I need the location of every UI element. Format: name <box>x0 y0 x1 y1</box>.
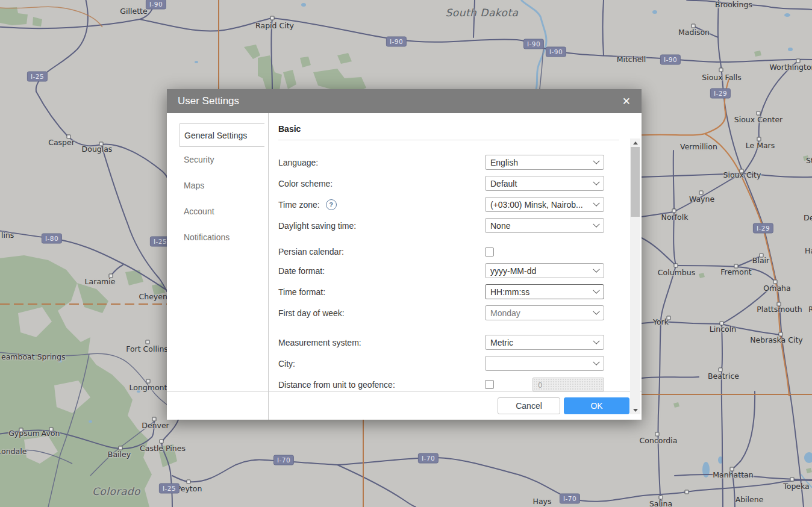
persian-calendar-checkbox[interactable] <box>485 247 494 257</box>
ok-button[interactable]: OK <box>564 397 629 414</box>
chevron-down-icon <box>593 337 599 344</box>
chevron-down-icon <box>593 287 599 293</box>
scrollbar[interactable] <box>630 138 640 414</box>
map-city-label: Laramie <box>85 277 116 286</box>
map-city-label: lins <box>1 231 14 240</box>
map-city-label: Rapid City <box>255 21 294 30</box>
dialog-footer: Cancel OK <box>167 391 642 420</box>
arrow-down-icon <box>633 409 638 412</box>
geofence-distance-label: Distance from unit to geofence: <box>278 380 395 390</box>
row-color-scheme: Color scheme: Default <box>278 173 619 194</box>
map-city-label: Madison <box>678 28 710 37</box>
geofence-distance-input[interactable]: 0 <box>532 378 604 391</box>
row-time-format: Time format: HH:mm:ss <box>278 281 619 302</box>
map-city-label: Casper <box>48 138 75 147</box>
chevron-down-icon <box>593 266 599 272</box>
map-city-label: Brookings <box>715 0 752 9</box>
scrollbar-thumb[interactable] <box>631 147 640 217</box>
map-state-label: South Dakota <box>445 7 518 19</box>
highway-shield-badge: I-80 <box>42 234 62 244</box>
tab-maps[interactable]: Maps <box>167 173 269 199</box>
tab-general-settings[interactable]: General Settings <box>180 123 264 147</box>
map-city-label: St <box>806 156 812 165</box>
map-city-label: Abilene <box>735 495 764 504</box>
measurement-select[interactable]: Metric <box>485 335 604 350</box>
tab-notifications[interactable]: Notifications <box>167 225 269 250</box>
highway-shield-badge: I-70 <box>560 494 580 504</box>
map-city-label: Topeka <box>783 482 809 491</box>
daylight-saving-label: Daylight saving time: <box>278 221 356 231</box>
map-city-label: R <box>808 305 812 314</box>
time-zone-label: Time zone: <box>278 200 320 210</box>
time-zone-select[interactable]: (+03:00) Minsk, Nairob... <box>485 197 604 212</box>
town-dot <box>146 340 150 344</box>
highway-shield-badge: I-90 <box>546 47 566 57</box>
arrow-up-icon <box>633 142 638 145</box>
measurement-label: Measurement system: <box>278 338 361 347</box>
scroll-up-button[interactable] <box>630 138 640 147</box>
geofence-distance-checkbox[interactable] <box>485 380 494 389</box>
language-select[interactable]: English <box>485 155 604 170</box>
town-dot <box>790 477 795 482</box>
city-select[interactable] <box>485 356 604 371</box>
map-city-label: Gypsum <box>8 429 40 438</box>
map-city-label: ondale <box>1 447 27 456</box>
row-date-format: Date format: yyyy-MM-dd <box>278 260 619 281</box>
chevron-down-icon <box>593 308 599 314</box>
map-city-label: Worthington <box>769 63 812 72</box>
daylight-saving-select[interactable]: None <box>485 218 604 233</box>
row-geofence-distance: Distance from unit to geofence: 0 <box>278 374 619 391</box>
highway-shield-badge: I-90 <box>660 55 681 65</box>
map-city-label: Ha <box>805 246 812 255</box>
map-city-label: Concordia <box>640 436 678 445</box>
row-first-day-of-week: First day of week: Monday <box>278 302 619 323</box>
persian-calendar-label: Persian calendar: <box>278 247 344 257</box>
chevron-down-icon <box>593 199 599 206</box>
row-time-zone: Time zone: ? (+03:00) Minsk, Nairob... <box>278 194 619 215</box>
highway-shield-badge: I-29 <box>710 89 731 99</box>
cancel-button[interactable]: Cancel <box>498 397 560 414</box>
map-state-label: Colorado <box>92 485 140 497</box>
first-day-label: First day of week: <box>278 308 345 318</box>
row-city: City: <box>278 353 619 374</box>
row-persian-calendar: Persian calendar: <box>278 243 619 260</box>
row-measurement-system: Measurement system: Metric <box>278 332 619 353</box>
map-city-label: Norfolk <box>661 213 689 222</box>
map-city-label: Nebraska City <box>750 335 802 344</box>
tab-security[interactable]: Security <box>167 147 269 173</box>
map-city-label: Omaha <box>763 284 790 293</box>
highway-shield-badge: I-25 <box>159 484 180 494</box>
scroll-down-button[interactable] <box>630 406 640 414</box>
language-label: Language: <box>278 158 318 167</box>
map-city-label: Longmont <box>130 383 167 392</box>
row-language: Language: English <box>278 152 619 173</box>
dialog-header: User Settings ✕ <box>167 89 642 113</box>
highway-shield-badge: I-70 <box>418 453 439 464</box>
town-dot <box>685 490 689 494</box>
time-format-select[interactable]: HH:mm:ss <box>485 284 604 299</box>
close-icon[interactable]: ✕ <box>622 96 631 107</box>
settings-content: Basic Language: English Color scheme: De… <box>269 113 642 391</box>
map-city-label: Peyton <box>176 484 202 493</box>
map-city-label: Fort Collins <box>126 344 168 353</box>
map-city-label: Sioux City <box>723 170 761 179</box>
settings-tab-list: General Settings Security Maps Account N… <box>167 113 269 391</box>
town-dot <box>160 440 164 444</box>
dialog-title: User Settings <box>178 95 622 107</box>
color-scheme-label: Color scheme: <box>278 179 333 188</box>
map-city-label: Plattsmouth <box>757 305 802 314</box>
help-icon[interactable]: ? <box>326 199 337 210</box>
highway-shield-badge: I-90 <box>523 39 544 49</box>
date-format-select[interactable]: yyyy-MM-dd <box>485 263 604 278</box>
map-city-label: Manhattan <box>713 470 753 479</box>
town-dot <box>187 480 191 484</box>
city-label: City: <box>278 359 295 369</box>
chevron-down-icon <box>593 157 599 164</box>
tab-account[interactable]: Account <box>167 199 269 225</box>
date-format-label: Date format: <box>278 266 325 276</box>
color-scheme-select[interactable]: Default <box>485 176 604 191</box>
map-city-label: Salina <box>649 499 672 507</box>
highway-shield-badge: I-25 <box>27 72 48 82</box>
first-day-select[interactable]: Monday <box>485 305 604 320</box>
highway-shield-badge: I-70 <box>273 455 294 465</box>
